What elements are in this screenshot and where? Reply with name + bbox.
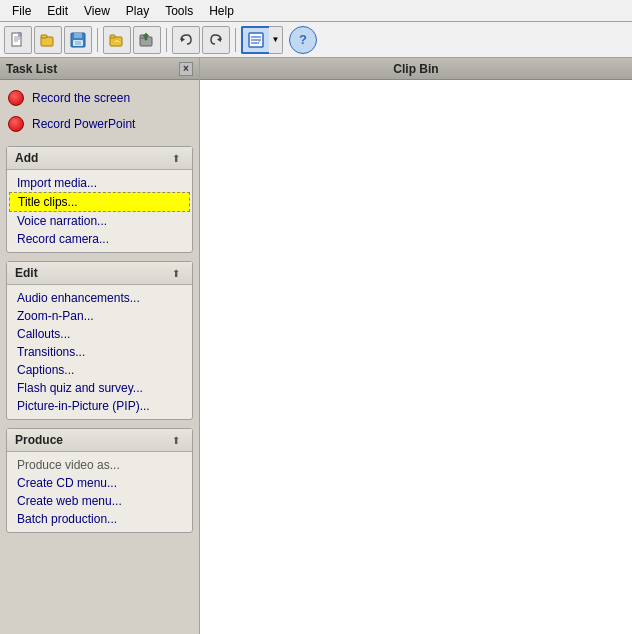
produce-section-title: Produce — [15, 433, 63, 447]
record-camera-link[interactable]: Record camera... — [9, 230, 190, 248]
redo-button[interactable] — [202, 26, 230, 54]
title-clips-link[interactable]: Title clips... — [9, 192, 190, 212]
clip-bin-panel: Clip Bin — [200, 58, 632, 634]
edit-section-title: Edit — [15, 266, 38, 280]
voice-narration-link[interactable]: Voice narration... — [9, 212, 190, 230]
svg-rect-5 — [41, 35, 47, 38]
record-screen-icon — [8, 90, 24, 106]
audio-enhancements-link[interactable]: Audio enhancements... — [9, 289, 190, 307]
separator-2 — [166, 28, 167, 52]
separator-3 — [235, 28, 236, 52]
menu-edit[interactable]: Edit — [39, 2, 76, 20]
clip-bin-header: Clip Bin — [200, 58, 632, 80]
zoom-n-pan-link[interactable]: Zoom-n-Pan... — [9, 307, 190, 325]
record-section: Record the screen Record PowerPoint — [0, 80, 199, 142]
add-section: Add ⬆ Import media... Title clips... Voi… — [6, 146, 193, 253]
new-button[interactable] — [4, 26, 32, 54]
produce-section-collapse-icon: ⬆ — [168, 432, 184, 448]
undo-button[interactable] — [172, 26, 200, 54]
produce-section-header[interactable]: Produce ⬆ — [7, 429, 192, 452]
record-powerpoint-item[interactable]: Record PowerPoint — [6, 114, 193, 134]
open-button[interactable] — [34, 26, 62, 54]
svg-rect-7 — [74, 33, 82, 38]
create-cd-menu-link[interactable]: Create CD menu... — [9, 474, 190, 492]
menu-help[interactable]: Help — [201, 2, 242, 20]
add-section-collapse-icon: ⬆ — [168, 150, 184, 166]
task-list-title: Task List — [6, 62, 57, 76]
menu-play[interactable]: Play — [118, 2, 157, 20]
menu-file[interactable]: File — [4, 2, 39, 20]
menu-tools[interactable]: Tools — [157, 2, 201, 20]
add-section-content: Import media... Title clips... Voice nar… — [7, 170, 192, 252]
task-list-close-button[interactable]: × — [179, 62, 193, 76]
menu-view[interactable]: View — [76, 2, 118, 20]
task-list-header: Task List × — [0, 58, 199, 80]
checklist-dropdown-arrow[interactable]: ▼ — [269, 26, 283, 54]
create-web-menu-link[interactable]: Create web menu... — [9, 492, 190, 510]
separator-1 — [97, 28, 98, 52]
clip-bin-content — [200, 80, 632, 634]
menu-bar: File Edit View Play Tools Help — [0, 0, 632, 22]
record-powerpoint-label[interactable]: Record PowerPoint — [32, 117, 135, 131]
add-section-title: Add — [15, 151, 38, 165]
edit-section-collapse-icon: ⬆ — [168, 265, 184, 281]
help-button[interactable]: ? — [289, 26, 317, 54]
edit-section-content: Audio enhancements... Zoom-n-Pan... Call… — [7, 285, 192, 419]
task-list-panel: Task List × Record the screen Record Pow… — [0, 58, 200, 634]
main-layout: Task List × Record the screen Record Pow… — [0, 58, 632, 634]
batch-production-link[interactable]: Batch production... — [9, 510, 190, 528]
record-screen-label[interactable]: Record the screen — [32, 91, 130, 105]
captions-link[interactable]: Captions... — [9, 361, 190, 379]
edit-section-header[interactable]: Edit ⬆ — [7, 262, 192, 285]
flash-quiz-link[interactable]: Flash quiz and survey... — [9, 379, 190, 397]
produce-video-text: Produce video as... — [9, 456, 190, 474]
callouts-link[interactable]: Callouts... — [9, 325, 190, 343]
svg-marker-15 — [217, 37, 221, 42]
checklist-button[interactable] — [241, 26, 269, 54]
add-section-header[interactable]: Add ⬆ — [7, 147, 192, 170]
svg-rect-9 — [75, 41, 81, 45]
transitions-link[interactable]: Transitions... — [9, 343, 190, 361]
edit-section: Edit ⬆ Audio enhancements... Zoom-n-Pan.… — [6, 261, 193, 420]
produce-section: Produce ⬆ Produce video as... Create CD … — [6, 428, 193, 533]
svg-rect-11 — [110, 35, 115, 38]
save-button[interactable] — [64, 26, 92, 54]
import-media-link[interactable]: Import media... — [9, 174, 190, 192]
pip-link[interactable]: Picture-in-Picture (PIP)... — [9, 397, 190, 415]
toolbar: ▼ ? — [0, 22, 632, 58]
clip-bin-title: Clip Bin — [393, 62, 438, 76]
open-folder-button[interactable] — [103, 26, 131, 54]
export-button[interactable] — [133, 26, 161, 54]
produce-section-content: Produce video as... Create CD menu... Cr… — [7, 452, 192, 532]
svg-marker-14 — [181, 37, 185, 42]
record-powerpoint-icon — [8, 116, 24, 132]
record-screen-item[interactable]: Record the screen — [6, 88, 193, 108]
